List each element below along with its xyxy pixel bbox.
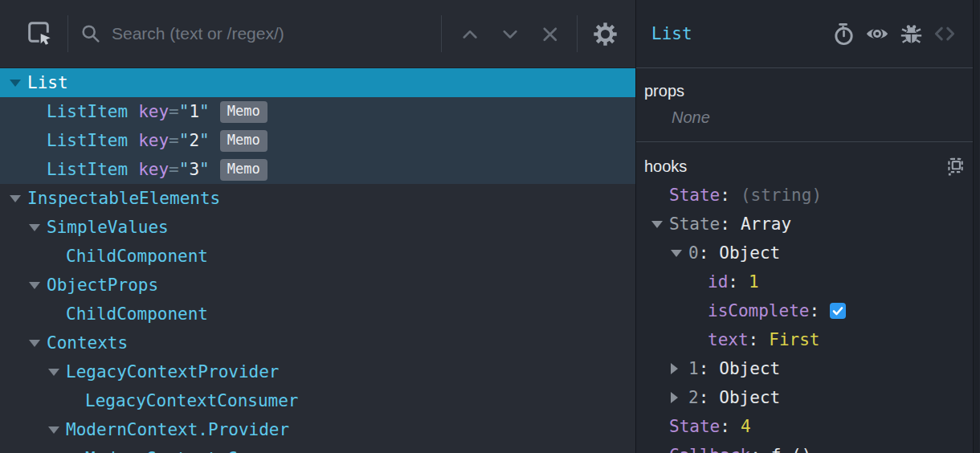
suspend-toggle-button[interactable] (827, 18, 860, 50)
parse-hook-names-icon (945, 156, 966, 177)
hooks-section-label: hooks (636, 152, 939, 181)
caret-down-icon[interactable] (48, 426, 66, 434)
caret-down-icon[interactable] (671, 250, 688, 257)
clear-search-button[interactable] (533, 18, 566, 50)
props-section: props None (636, 68, 973, 142)
component-name: Contexts (47, 333, 128, 353)
caret-down-icon[interactable] (29, 224, 47, 231)
search-bar (80, 22, 430, 45)
tree-row[interactable]: InspectableElements (0, 184, 635, 213)
tree-row[interactable]: List (0, 68, 635, 97)
hook-row[interactable]: State:4 (636, 412, 973, 441)
close-icon (539, 23, 561, 45)
component-name: LegacyContextProvider (66, 362, 280, 382)
inspect-dom-button[interactable] (860, 18, 894, 50)
caret-down-icon[interactable] (29, 340, 47, 347)
hooks-section: hooks State:(string)State:Array0:Objecti… (636, 142, 973, 453)
tree-row[interactable]: LegacyContextProvider (0, 357, 635, 386)
attr-quote: " (179, 160, 190, 179)
hook-value: Array (741, 214, 791, 234)
caret-down-icon[interactable] (651, 221, 669, 228)
hook-value: (string) (741, 186, 822, 205)
previous-result-button[interactable] (453, 18, 485, 50)
component-name: ListItem (47, 102, 128, 121)
inspect-element-button[interactable] (24, 18, 56, 50)
inspected-element-header: List (636, 0, 973, 68)
tree-row[interactable]: SimpleValues (0, 213, 635, 242)
tree-row[interactable]: ChildComponent (0, 242, 635, 271)
tree-row[interactable]: ChildComponent (0, 300, 635, 329)
hook-row[interactable]: id:1 (636, 267, 973, 296)
inspected-component-title: List (651, 24, 827, 43)
inspect-element-icon (27, 21, 53, 47)
tree-row[interactable]: ObjectProps (0, 271, 635, 300)
attr-quote: " (199, 160, 210, 179)
caret-down-icon[interactable] (10, 80, 27, 87)
boolean-value-checkbox[interactable] (830, 303, 846, 319)
caret-down-icon[interactable] (29, 282, 47, 289)
hook-row[interactable]: 2:Object (636, 383, 973, 412)
hook-value: 1 (749, 272, 759, 292)
hook-name: id (708, 272, 728, 292)
memo-badge: Memo (220, 101, 267, 123)
component-name: ModernContext.Provider (66, 420, 289, 439)
component-name: ListItem (47, 160, 128, 179)
hooks-section-header: hooks (636, 152, 973, 181)
view-source-button[interactable] (928, 18, 962, 50)
attr-equals: = (169, 160, 179, 179)
toolbar-divider (441, 15, 442, 52)
attr-quote: " (179, 131, 190, 150)
chevron-down-icon (499, 23, 521, 45)
hook-row[interactable]: 1:Object (636, 354, 973, 383)
hook-name: 2 (688, 388, 699, 407)
parse-hook-names-button[interactable] (939, 152, 971, 181)
component-name: ChildComponent (66, 304, 208, 324)
hook-row[interactable]: isComplete: (636, 296, 973, 325)
caret-down-icon[interactable] (10, 195, 27, 202)
tree-row[interactable]: ModernContext.Consumer (0, 444, 635, 453)
props-section-label: props (636, 78, 973, 104)
next-result-button[interactable] (493, 18, 525, 50)
vertical-scrollbar[interactable] (973, 0, 979, 453)
hook-row[interactable]: text:First (636, 325, 973, 354)
hook-row[interactable]: Callback:ƒ () (636, 441, 973, 453)
hooks-tree: State:(string)State:Array0:Objectid:1isC… (636, 181, 973, 453)
log-to-console-button[interactable] (894, 18, 928, 50)
settings-button[interactable] (589, 18, 621, 50)
component-name: List (27, 73, 68, 92)
attr-value: 3 (189, 160, 199, 179)
tree-row[interactable]: Contexts (0, 329, 635, 357)
caret-right-icon[interactable] (671, 363, 688, 374)
attr-equals: = (169, 102, 179, 121)
attr-equals: = (169, 131, 179, 150)
hook-name: State (669, 214, 720, 234)
hook-row[interactable]: State:(string) (636, 181, 973, 210)
tree-row[interactable]: LegacyContextConsumer (0, 386, 635, 415)
inspected-element-panel: List (636, 0, 979, 453)
caret-right-icon[interactable] (671, 392, 688, 403)
attr-quote: " (199, 102, 210, 121)
tree-row[interactable]: ListItemkey="1"Memo (0, 97, 635, 126)
toolbar-divider (577, 15, 578, 52)
chevron-up-icon (459, 23, 480, 45)
hook-value: 4 (741, 417, 751, 436)
hook-value: Object (719, 243, 780, 263)
tree-toolbar (0, 0, 635, 68)
tree-row[interactable]: ModernContext.Provider (0, 415, 635, 444)
hook-row[interactable]: State:Array (636, 210, 973, 239)
hook-row[interactable]: 0:Object (636, 239, 973, 267)
component-name: LegacyContextConsumer (85, 391, 299, 410)
hook-value: First (769, 330, 819, 349)
react-devtools-components-panel: ListListItemkey="1"MemoListItemkey="2"Me… (0, 0, 980, 453)
hook-name: 0 (688, 243, 699, 263)
search-input[interactable] (112, 24, 430, 43)
component-name: ListItem (47, 131, 128, 150)
attr-value: 1 (189, 102, 199, 121)
caret-down-icon[interactable] (48, 369, 66, 376)
hook-colon: : (699, 388, 709, 407)
tree-row[interactable]: ListItemkey="3"Memo (0, 155, 635, 184)
hook-colon: : (699, 243, 709, 263)
component-name: ModernContext.Consumer (85, 449, 308, 453)
eye-icon (865, 22, 889, 46)
tree-row[interactable]: ListItemkey="2"Memo (0, 126, 635, 155)
